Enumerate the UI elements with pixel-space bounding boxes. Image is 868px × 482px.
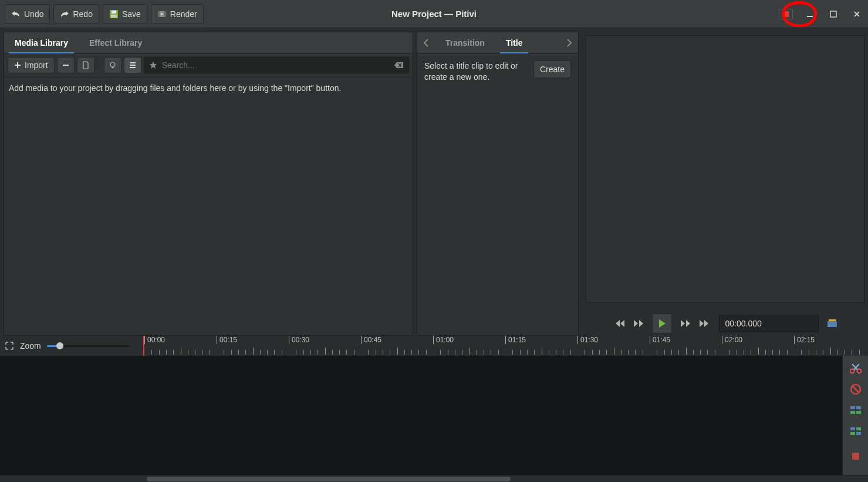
titlebar: Undo Redo Save Render New Project — Piti… [0,0,868,28]
undo-icon [11,10,21,18]
tab-effects-label: Effect Library [89,38,142,48]
ruler-mark: 01:15 [505,336,506,344]
svg-rect-19 [850,406,855,409]
ruler-mark: 01:30 [577,336,578,344]
svg-rect-2 [111,15,117,18]
save-label: Save [122,9,141,19]
timeline-toolbar [842,356,868,475]
timeline-ruler[interactable]: 00:0000:1500:3000:4501:0001:1501:3001:45… [143,336,868,356]
svg-rect-1 [112,11,116,14]
undo-button[interactable]: Undo [5,4,50,24]
remove-button[interactable] [57,57,75,73]
render-icon [157,9,167,19]
svg-rect-22 [856,411,861,414]
tab-media-library[interactable]: Media Library [4,32,79,53]
group-tool[interactable] [847,403,864,418]
step-forward-button[interactable] [680,319,691,328]
go-start-button[interactable] [613,319,625,328]
timeline-tracks[interactable] [0,356,842,475]
step-back-button[interactable] [633,319,644,328]
chevron-left-icon [423,39,429,47]
star-icon [149,61,157,69]
svg-rect-9 [63,65,69,66]
ruler-mark: 00:15 [217,336,217,344]
save-icon [109,9,119,19]
svg-rect-25 [850,432,855,435]
create-title-button[interactable]: Create [533,60,571,78]
ruler-mark: 02:00 [722,336,722,344]
bulb-icon [109,61,117,69]
chevron-right-icon [566,39,572,47]
import-label: Import [25,60,48,70]
view-list-button[interactable] [124,57,141,73]
tab-title-label: Title [506,38,523,48]
svg-rect-21 [850,411,855,414]
svg-rect-7 [807,16,813,17]
zoom-slider[interactable] [47,342,129,350]
timecode-field[interactable]: 00:00.000 [719,315,819,332]
svg-point-16 [850,369,854,373]
go-end-button[interactable] [699,319,711,328]
ruler-mark: 00:00 [144,336,145,344]
timeline-area: Zoom 00:0000:1500:3000:4501:0001:1501:30… [0,336,868,482]
tabs-prev-button[interactable] [417,32,435,53]
minimize-button[interactable] [803,8,816,21]
title-panel-hint: Select a title clip to edit or create a … [424,60,528,83]
minus-icon [62,62,69,69]
search-field[interactable] [144,57,409,73]
create-label: Create [540,65,565,74]
timeline-header: Zoom 00:0000:1500:3000:4501:0001:1501:30… [0,336,868,356]
svg-rect-14 [828,321,837,327]
redo-button[interactable]: Redo [53,4,99,24]
clear-search-icon[interactable] [394,62,404,69]
plus-icon [14,62,21,69]
tab-transition-label: Transition [445,38,485,48]
preview-viewport[interactable] [586,35,864,303]
ruler-mark: 00:45 [361,336,362,344]
svg-rect-26 [856,432,861,435]
svg-rect-15 [829,319,836,321]
import-button[interactable]: Import [8,57,55,73]
svg-rect-8 [830,11,836,17]
clip-properties-button[interactable] [77,57,94,73]
tags-button[interactable] [104,57,121,73]
timecode-value: 00:00.000 [725,319,762,328]
svg-marker-13 [659,319,666,328]
recording-indicator [779,9,793,19]
left-tabs: Media Library Effect Library [4,32,413,53]
window-title: New Project — Pitivi [391,9,477,19]
search-input[interactable] [162,60,390,70]
play-button[interactable] [652,314,672,333]
render-label: Render [170,9,197,19]
media-toolbar: Import [4,53,413,77]
maximize-button[interactable] [827,8,840,21]
delete-tool[interactable] [847,382,864,397]
ruler-mark: 01:00 [433,336,434,344]
list-icon [129,61,137,69]
svg-rect-11 [112,67,113,68]
svg-rect-5 [164,11,166,17]
save-button[interactable]: Save [103,4,147,24]
tabs-next-button[interactable] [560,32,578,53]
tab-media-label: Media Library [15,38,68,48]
ruler-mark: 01:45 [650,336,650,344]
scrollbar-thumb[interactable] [147,477,511,481]
timeline-scrollbar[interactable] [0,475,868,482]
svg-point-10 [110,62,115,67]
timeline-body [0,356,868,475]
middle-tabs: Transition Title [417,32,578,53]
playback-controls: 00:00.000 [586,308,864,336]
ungroup-tool[interactable] [847,424,864,439]
align-tool[interactable] [847,449,864,464]
tab-title[interactable]: Title [495,32,533,53]
render-button[interactable]: Render [151,4,204,24]
zoom-fit-icon[interactable] [5,341,14,350]
tab-effect-library[interactable]: Effect Library [79,32,153,53]
play-icon [658,319,666,328]
detach-viewer-button[interactable] [827,319,837,328]
split-tool[interactable] [847,360,864,376]
middle-panel: Transition Title Select a title clip to … [417,32,579,336]
page-icon [82,61,90,69]
tab-transition[interactable]: Transition [435,32,495,53]
close-button[interactable] [850,8,863,21]
